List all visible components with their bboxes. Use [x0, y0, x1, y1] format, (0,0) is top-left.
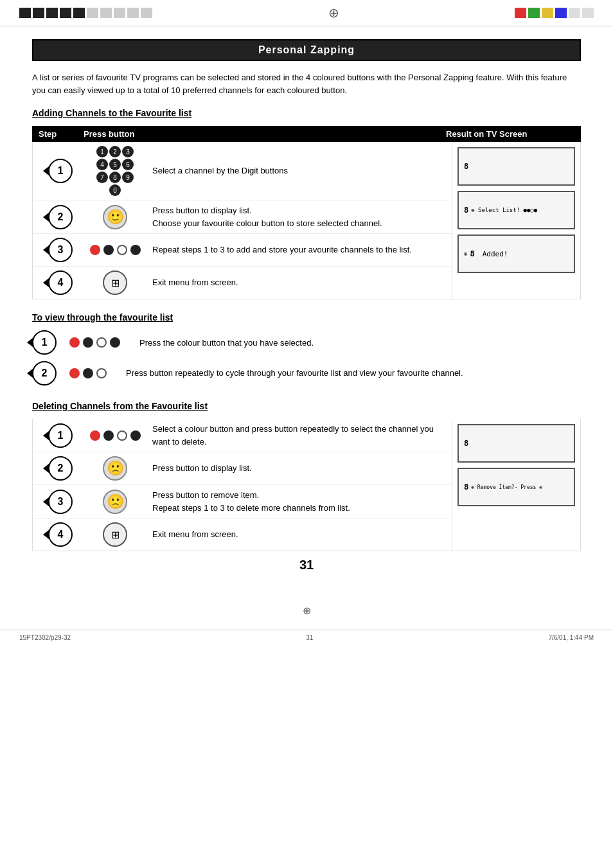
view-section-title: To view through the favourite list — [32, 312, 581, 323]
dot-red — [69, 368, 80, 378]
view-section: To view through the favourite list 1 Pre… — [32, 312, 581, 385]
arrow-left — [43, 245, 49, 254]
del-step-1-press — [83, 430, 147, 441]
del-result-col: 8 8 ⊕ Remove Item?- Press ⊕ — [452, 419, 580, 551]
num-0: 0 — [109, 184, 121, 196]
intro-text: A list or series of favourite TV program… — [32, 71, 581, 96]
page-content: Personal Zapping A list or series of fav… — [0, 26, 613, 605]
del-step-circle-4: 4 — [48, 522, 73, 547]
step-3-desc: Repeat steps 1 to 3 to add and store you… — [147, 244, 447, 256]
del-step-3-num: 3 — [38, 490, 83, 514]
step-1-desc: Select a channel by the Digit buttons — [147, 164, 447, 177]
bar-block-light — [582, 8, 594, 18]
view-step-circle-2: 2 — [32, 361, 57, 385]
bottom-crosshair: ⊕ — [0, 605, 613, 617]
page-number: 31 — [32, 558, 581, 572]
dot-black — [103, 430, 114, 441]
step-3-text: Repeat steps 1 to 3 to add and store you… — [152, 245, 412, 254]
step-1-text: Select a channel by the Digit buttons — [152, 166, 288, 175]
dot-black — [83, 368, 93, 378]
del-step-2: 2 🙁 Press button to display list. — [33, 452, 452, 485]
bar-block — [127, 8, 139, 18]
bar-block — [87, 8, 98, 18]
footer-left: 15PT2302/p29-32 — [19, 634, 71, 641]
crosshair-tv: ⊕ — [464, 251, 467, 257]
dot-white — [117, 245, 127, 255]
del-tv-screen-2: 8 ⊕ Remove Item?- Press ⊕ — [458, 468, 575, 506]
smiley-happy: 🙂 — [103, 205, 127, 229]
view-step-1: 1 Press the colour button that you have … — [32, 330, 581, 355]
arrow-left — [27, 338, 33, 347]
del-tv-line-1: 8 — [464, 439, 569, 448]
del-num-4: 4 — [58, 529, 64, 540]
num-2: 2 — [109, 146, 121, 157]
adding-table-header: Step Press button Result on TV Screen — [32, 126, 581, 142]
bar-color-red — [515, 8, 526, 18]
footer-center: 31 — [306, 634, 313, 641]
del-step-3: 3 🙁 Press button to remove item. Repeat … — [33, 485, 452, 518]
bar-block — [114, 8, 125, 18]
page-title-text: Personal Zapping — [258, 44, 355, 55]
del-num-1: 1 — [58, 430, 64, 441]
del-step-3-press: 🙁 — [83, 490, 147, 514]
view-step-num-2: 2 — [42, 368, 48, 379]
footer-right: 7/6/01, 1:44 PM — [548, 634, 594, 641]
page-footer: 15PT2302/p29-32 31 7/6/01, 1:44 PM — [0, 630, 613, 645]
dot-black — [83, 337, 93, 348]
del-tv-line-2: 8 ⊕ Remove Item?- Press ⊕ — [464, 483, 569, 492]
header-press: Press button — [84, 129, 161, 139]
del-step-3-line2: Repeat steps 1 to 3 to delete more chann… — [152, 503, 350, 513]
bar-block — [33, 8, 44, 18]
step-num-1: 1 — [58, 165, 64, 177]
step-circle-2: 2 — [48, 205, 73, 229]
step-4-num: 4 — [38, 270, 83, 295]
bar-block-light — [569, 8, 580, 18]
dot-white — [96, 368, 107, 378]
del-num-2: 2 — [58, 463, 64, 474]
bar-block — [60, 8, 71, 18]
adding-result-col: 8 8 ⊕ Select List! ●●○● ⊕ 8 Added! — [452, 142, 580, 299]
dot-black2 — [130, 430, 141, 441]
step-2-num: 2 — [38, 205, 83, 229]
del-step-2-press: 🙁 — [83, 456, 147, 481]
menu-button: ⊞ — [103, 270, 127, 295]
tv-num-2: 8 — [464, 206, 468, 215]
step-num-2: 2 — [58, 211, 64, 223]
crosshair-center-icon: ⊕ — [328, 5, 339, 21]
del-step-3-line1: Press button to remove item. — [152, 490, 259, 500]
adding-step-1: 1 1 2 3 4 5 6 7 8 — [33, 142, 452, 200]
adding-step-3: 3 Repeat steps 1 to 3 to add and store y… — [33, 234, 452, 267]
view-step-circle-1: 1 — [32, 330, 57, 355]
bar-block — [100, 8, 112, 18]
adding-section-title: Adding Channels to the Favourite list — [32, 108, 581, 118]
num-6: 6 — [122, 159, 134, 170]
del-step-4-press: ⊞ — [83, 522, 147, 547]
header-step: Step — [39, 129, 84, 139]
arrow-left — [43, 166, 49, 175]
view-colour-dots-2 — [69, 368, 107, 378]
arrow-left — [43, 464, 49, 473]
bar-block — [141, 8, 152, 18]
numpad: 1 2 3 4 5 6 7 8 9 0 — [96, 146, 134, 196]
step-3-press — [83, 245, 147, 255]
left-bar-pattern — [19, 8, 152, 18]
header-result: Result on TV Screen — [446, 129, 574, 139]
adding-section: Adding Channels to the Favourite list St… — [32, 108, 581, 299]
step-4-text: Exit menu from screen. — [152, 278, 238, 287]
num-4: 4 — [96, 159, 108, 170]
tv-num-3: 8 — [470, 249, 474, 258]
arrow-left — [43, 213, 49, 222]
step-4-press: ⊞ — [83, 270, 147, 295]
del-step-2-num: 2 — [38, 456, 83, 481]
del-step-1: 1 Select a colour button and press butto… — [33, 419, 452, 452]
num-5: 5 — [109, 159, 121, 170]
right-bar-pattern — [515, 8, 594, 18]
del-menu-button: ⊞ — [103, 522, 127, 547]
arrow-left — [43, 530, 49, 539]
del-step-circle-3: 3 — [48, 490, 73, 514]
select-list-text: ⊕ Select List! ●●○● — [471, 207, 537, 213]
step-3-num: 3 — [38, 238, 83, 262]
del-tv-screen-1: 8 — [458, 424, 575, 463]
num-8: 8 — [109, 172, 121, 183]
bar-color-blue — [555, 8, 567, 18]
